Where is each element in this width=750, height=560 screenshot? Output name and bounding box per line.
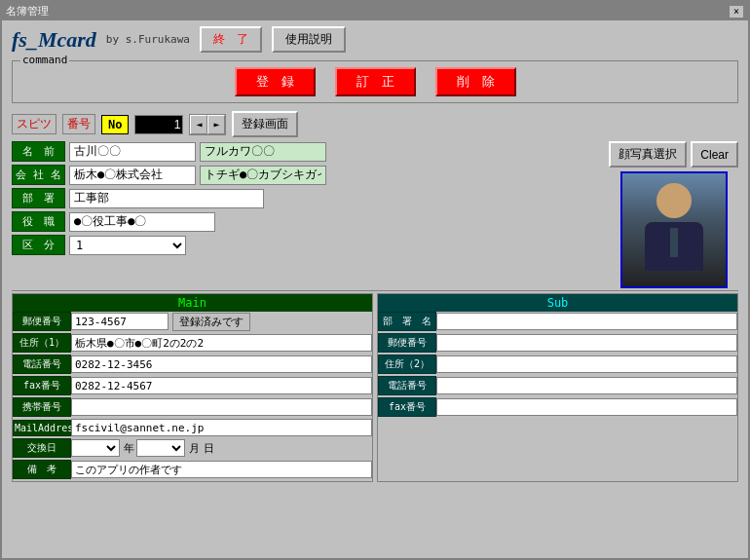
mobile-label: 携帯番号 xyxy=(13,397,71,417)
bottom-area: Main 郵便番号 登録済みです 住所（1） 電話番号 fax番号 携帯番号 xyxy=(2,293,748,482)
exchange-label: 交換日 xyxy=(13,438,71,458)
edit-button[interactable]: 訂 正 xyxy=(335,67,416,96)
dept-row: 部 署 xyxy=(12,188,599,208)
header-area: fs_Mcard by s.Furukawa 終 了 使用説明 xyxy=(2,20,748,58)
sub-dept-input[interactable] xyxy=(436,313,737,330)
postal-row: 郵便番号 登録済みです xyxy=(13,312,372,331)
year-unit: 年 xyxy=(124,441,134,456)
address1-label: 住所（1） xyxy=(13,333,71,353)
sub-fax-row: fax番号 xyxy=(378,397,737,417)
sub-fax-input[interactable] xyxy=(436,398,737,416)
form-area: 名 前 会 社 名 部 署 役 職 区 分 1 2 xyxy=(12,141,599,288)
titlebar: 名簿管理 × xyxy=(2,2,748,20)
month-unit: 月 xyxy=(189,441,200,456)
photo-area: 顔写真選択 Clear xyxy=(609,141,738,288)
sub-section: Sub 部 署 名 郵便番号 住所（2） 電話番号 fax番号 xyxy=(377,293,738,482)
person-photo xyxy=(622,173,726,286)
nav-number-input[interactable] xyxy=(134,115,183,134)
person-tie xyxy=(670,228,678,257)
nav-area: スピツ 番号 No ◄ ► 登録画面 xyxy=(2,107,748,141)
photo-buttons: 顔写真選択 Clear xyxy=(609,141,738,168)
main-content: 名 前 会 社 名 部 署 役 職 区 分 1 2 xyxy=(2,141,748,288)
no-label: No xyxy=(101,115,129,134)
nav-arrows: ◄ ► xyxy=(189,114,226,135)
note-row: 備 考 xyxy=(13,460,372,479)
postal-input[interactable] xyxy=(71,313,169,330)
delete-button[interactable]: 削 除 xyxy=(435,67,516,96)
main-section: Main 郵便番号 登録済みです 住所（1） 電話番号 fax番号 携帯番号 xyxy=(12,293,373,482)
sub-address2-row: 住所（2） xyxy=(378,355,737,374)
register-button[interactable]: 登 録 xyxy=(235,67,316,96)
exchange-year-select[interactable] xyxy=(71,439,120,457)
dept-label: 部 署 xyxy=(12,188,65,208)
division-label: 区 分 xyxy=(12,235,65,255)
sub-dept-label: 部 署 名 xyxy=(378,312,436,331)
person-head xyxy=(656,183,692,218)
fax-label: fax番号 xyxy=(13,376,71,395)
mail-row: MailAddres xyxy=(13,419,372,436)
command-buttons: 登 録 訂 正 削 除 xyxy=(22,67,728,96)
title-input[interactable] xyxy=(69,212,215,232)
mobile-row: 携帯番号 xyxy=(13,397,372,417)
main-window: 名簿管理 × fs_Mcard by s.Furukawa 終 了 使用説明 c… xyxy=(0,0,750,560)
title-row: 役 職 xyxy=(12,211,599,232)
title-label: 役 職 xyxy=(12,211,65,232)
fax-row: fax番号 xyxy=(13,376,372,395)
command-label: command xyxy=(20,54,69,66)
division-select[interactable]: 1 2 3 xyxy=(69,236,186,255)
mail-label: MailAddres xyxy=(13,420,71,436)
sub-postal-row: 郵便番号 xyxy=(378,333,737,353)
note-input[interactable] xyxy=(71,461,372,478)
phone-label: 電話番号 xyxy=(13,355,71,374)
name-label: 名 前 xyxy=(12,141,65,162)
name-input[interactable] xyxy=(69,142,196,162)
speed-label: スピツ xyxy=(12,114,56,134)
address1-row: 住所（1） xyxy=(13,333,372,353)
num-label: 番号 xyxy=(62,114,95,134)
dept-input[interactable] xyxy=(69,189,264,208)
division-row: 区 分 1 2 3 xyxy=(12,235,599,255)
sub-address2-input[interactable] xyxy=(436,355,737,373)
registered-badge: 登録済みです xyxy=(172,313,250,331)
separator xyxy=(12,290,738,291)
sub-phone-row: 電話番号 xyxy=(378,376,737,395)
name-row: 名 前 xyxy=(12,141,599,162)
phone-row: 電話番号 xyxy=(13,355,372,374)
phone-input[interactable] xyxy=(71,355,372,373)
by-label: by s.Furukawa xyxy=(106,33,190,46)
sub-fax-label: fax番号 xyxy=(378,397,436,417)
company-input[interactable] xyxy=(69,166,196,185)
company-row: 会 社 名 xyxy=(12,165,599,185)
clear-button[interactable]: Clear xyxy=(691,141,738,168)
address1-input[interactable] xyxy=(71,334,372,352)
close-button[interactable]: × xyxy=(729,5,744,19)
photo-select-button[interactable]: 顔写真選択 xyxy=(609,141,687,168)
sub-section-header: Sub xyxy=(378,294,737,312)
sub-dept-row: 部 署 名 xyxy=(378,312,737,331)
sub-address2-label: 住所（2） xyxy=(378,355,436,374)
help-button[interactable]: 使用説明 xyxy=(272,26,346,53)
regscreen-button[interactable]: 登録画面 xyxy=(232,111,298,137)
main-section-header: Main xyxy=(13,294,372,312)
postal-label: 郵便番号 xyxy=(13,312,71,331)
fax-input[interactable] xyxy=(71,377,372,394)
mail-input[interactable] xyxy=(71,419,372,436)
command-box: command 登 録 訂 正 削 除 xyxy=(12,60,738,103)
sub-postal-input[interactable] xyxy=(436,334,737,352)
app-title: fs_Mcard xyxy=(12,27,96,53)
end-button[interactable]: 終 了 xyxy=(200,26,262,53)
company-label: 会 社 名 xyxy=(12,165,65,185)
sub-phone-label: 電話番号 xyxy=(378,376,436,395)
company-kana-input[interactable] xyxy=(200,166,326,185)
prev-arrow[interactable]: ◄ xyxy=(190,115,207,134)
exchange-row: 交換日 年 月 日 xyxy=(13,438,372,458)
name-kana-input[interactable] xyxy=(200,142,326,162)
sub-postal-label: 郵便番号 xyxy=(378,333,436,353)
photo-frame xyxy=(620,171,728,288)
mobile-input[interactable] xyxy=(71,398,372,416)
day-unit: 日 xyxy=(204,441,214,456)
next-arrow[interactable]: ► xyxy=(207,115,225,134)
exchange-month-select[interactable] xyxy=(136,439,185,457)
sub-phone-input[interactable] xyxy=(436,377,737,394)
window-title: 名簿管理 xyxy=(6,4,49,19)
